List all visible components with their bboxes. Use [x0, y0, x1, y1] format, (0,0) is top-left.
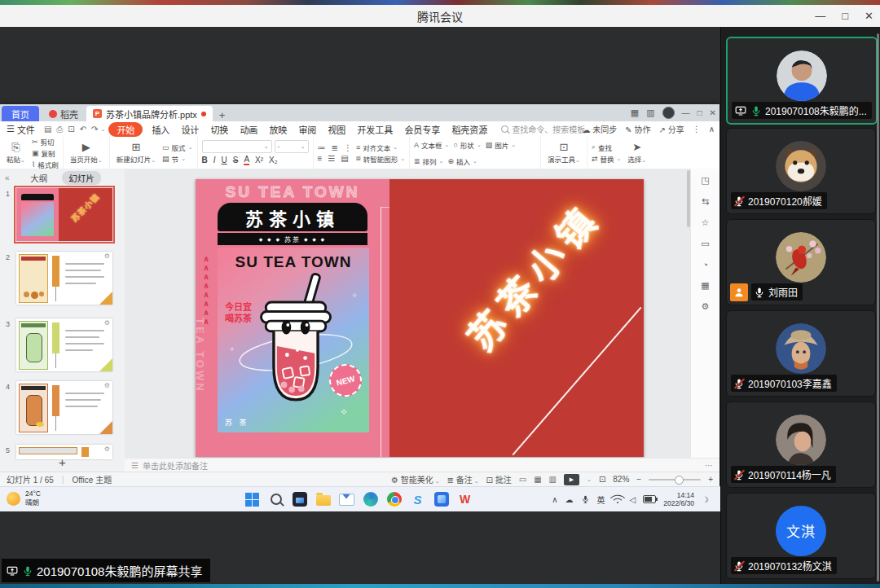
notes-more-icon[interactable]: ⋯: [705, 461, 713, 470]
menu-item-design[interactable]: 设计: [175, 123, 205, 136]
play-from-page-button[interactable]: ▶ 当页开始⌄: [68, 142, 105, 164]
export-icon[interactable]: ⊡: [65, 125, 77, 134]
font-size-select[interactable]: -⌄: [275, 140, 309, 153]
reading-view-icon[interactable]: ▥: [549, 475, 557, 484]
superscript-button[interactable]: X²: [255, 156, 263, 165]
menu-item-transition[interactable]: 切换: [205, 123, 234, 136]
sync-status[interactable]: ☁ 未同步: [583, 123, 618, 135]
save-icon[interactable]: ▤: [42, 125, 54, 134]
add-slide-button[interactable]: +: [0, 455, 125, 469]
slide-thumbnail-3[interactable]: ⚙: [16, 318, 112, 371]
layout-button[interactable]: ▭版式⌄: [162, 143, 192, 152]
wps-maximize-button[interactable]: □: [697, 108, 702, 117]
smart-graphic-button[interactable]: ⧈转智能图形⌄: [356, 154, 405, 164]
taskbar-photos-dark-app[interactable]: [292, 492, 307, 507]
align-left-icon[interactable]: ≡: [318, 154, 323, 163]
bullets-icon[interactable]: ≔: [318, 143, 326, 152]
zoom-slider-knob[interactable]: [675, 476, 684, 485]
s-app-button[interactable]: S: [410, 492, 425, 507]
volume-icon[interactable]: ◁: [630, 495, 636, 504]
participant-tile-4[interactable]: 2019070103李嘉鑫: [726, 310, 876, 397]
night-light-icon[interactable]: ☽: [702, 495, 709, 504]
participant-tile-1[interactable]: 2019070108朱毅鹏的...: [726, 37, 878, 125]
file-menu[interactable]: ☰ 文件: [0, 123, 42, 136]
participant-tile-6[interactable]: 文淇 2019070132杨文淇: [726, 493, 876, 579]
format-painter-button[interactable]: ⌇格式刷: [32, 160, 59, 169]
menu-item-member[interactable]: 会员专享: [398, 123, 446, 136]
notes-toggle-button[interactable]: ≣ 备注 ⌄: [447, 473, 479, 485]
undo-icon[interactable]: ↶: [77, 125, 89, 134]
replace-button[interactable]: ⇄替换⌄: [592, 154, 621, 164]
start-button[interactable]: [244, 492, 260, 507]
tab-outline[interactable]: 大纲: [24, 171, 54, 185]
arrange-button[interactable]: ≣排列⌄: [414, 156, 443, 166]
collapse-ribbon-icon[interactable]: ∧: [709, 125, 715, 134]
align-text-button[interactable]: ≡对齐文本⌄: [356, 143, 405, 152]
paste-button[interactable]: ⎘ 粘贴⌄: [4, 142, 28, 164]
photos-app-button[interactable]: [433, 492, 449, 507]
participant-tile-3[interactable]: 刘雨田: [726, 219, 876, 305]
panel-collapse-icon[interactable]: «: [5, 173, 10, 182]
picture-button[interactable]: ▧图片⌄: [486, 140, 516, 150]
collaborate-button[interactable]: ✎ 协作: [625, 123, 650, 135]
insert-button[interactable]: ⊕插入⌄: [447, 156, 477, 166]
comments-button[interactable]: ⊡ 批注: [486, 473, 512, 485]
play-options-caret[interactable]: ⌄: [587, 476, 592, 483]
share-button[interactable]: ↗ 分享: [659, 123, 684, 135]
wifi-icon[interactable]: [613, 495, 623, 503]
tray-mic-icon[interactable]: [581, 494, 590, 504]
select-button[interactable]: ➤ 选择⌄: [625, 142, 649, 164]
beautify-tool-icon[interactable]: ☆: [702, 217, 710, 228]
zoom-in-button[interactable]: +: [708, 475, 713, 484]
more-menu-icon[interactable]: ⋮: [693, 125, 701, 134]
shapes-button[interactable]: ○形状⌄: [453, 140, 481, 150]
section-button[interactable]: ▤节⌄: [162, 154, 192, 164]
line-spacing-icon[interactable]: ▤: [341, 154, 348, 163]
wps-home-button[interactable]: 首页: [2, 106, 39, 121]
smart-beautify-button[interactable]: ⚙ 智能美化 ⌄: [391, 473, 440, 485]
close-button[interactable]: ✕: [865, 11, 873, 21]
present-tools-button[interactable]: ⊡ 演示工具⌄: [545, 142, 583, 164]
font-name-select[interactable]: ⌄: [202, 140, 272, 153]
tray-chevron-icon[interactable]: ∧: [552, 495, 557, 504]
minimize-button[interactable]: —: [815, 11, 825, 21]
text-box-button[interactable]: A文本框⌄: [414, 140, 449, 150]
underline-button[interactable]: U: [222, 156, 227, 165]
chart-tool-icon[interactable]: ▦: [701, 280, 709, 291]
quickbar-caret-icon[interactable]: ⌄: [101, 126, 106, 133]
menu-item-view[interactable]: 视图: [322, 123, 351, 136]
layout-tool-icon[interactable]: ▭: [701, 239, 709, 249]
print-icon[interactable]: ⎙: [54, 125, 65, 134]
slide-thumbnail-1[interactable]: 苏茶小镇: [16, 188, 112, 241]
bold-button[interactable]: B: [202, 156, 208, 165]
menu-item-animation[interactable]: 动画: [234, 123, 263, 136]
zoom-percent[interactable]: 82%: [613, 475, 629, 484]
menu-item-review[interactable]: 审阅: [293, 123, 322, 136]
workspace-grid-icon[interactable]: ▥: [646, 108, 654, 118]
taskbar-weather-widget[interactable]: 24°C 晴朗: [7, 489, 41, 507]
maximize-button[interactable]: □: [842, 11, 848, 21]
settings-tool-icon[interactable]: ⚙: [702, 301, 710, 312]
fit-icon[interactable]: ⊡: [599, 475, 605, 484]
layout-grid-icon[interactable]: ▦: [631, 108, 639, 118]
new-slide-button[interactable]: ⊞ 新建幻灯片⌄: [114, 142, 158, 164]
subscript-button[interactable]: X₂: [269, 156, 278, 165]
battery-icon[interactable]: [643, 495, 656, 503]
participants-scrollbar[interactable]: [877, 33, 879, 581]
participant-tile-5[interactable]: 2019070114杨一凡: [726, 402, 876, 488]
indent-icon[interactable]: ⋮: [344, 143, 352, 152]
edge-browser-button[interactable]: [363, 492, 378, 507]
wps-app-button[interactable]: W: [457, 492, 473, 507]
menu-item-home[interactable]: 开始: [108, 122, 143, 137]
font-color-button[interactable]: A: [244, 155, 249, 165]
numbering-icon[interactable]: ≣: [332, 143, 338, 152]
slideshow-play-button[interactable]: ▶: [564, 474, 579, 485]
command-search-box[interactable]: 查找命令、搜索模板: [501, 123, 585, 135]
slide-thumbnail-2[interactable]: ⚙: [16, 252, 112, 305]
animation-tool-icon[interactable]: ⇆: [702, 196, 709, 207]
notes-bar[interactable]: ☰ 单击此处添加备注 ⋯: [125, 458, 719, 472]
taskbar-clock[interactable]: 14:14 2022/6/30: [663, 491, 694, 507]
normal-view-icon[interactable]: ▭: [519, 475, 526, 484]
wps-new-tab-button[interactable]: +: [219, 109, 226, 121]
italic-button[interactable]: I: [213, 156, 216, 165]
